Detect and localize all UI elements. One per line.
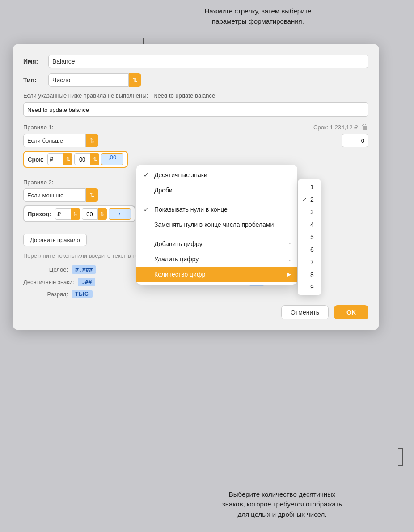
submenu-item-6[interactable]: 6 (298, 243, 321, 256)
prikhod-row: Приход: ₽ ⇅ 00 ⇅ , (23, 205, 135, 222)
cancel-button[interactable]: Отменить (281, 305, 329, 319)
ok-button[interactable]: OK (334, 305, 368, 319)
rule1-condition-arrow-icon[interactable]: ⇅ (86, 134, 98, 147)
dialog-buttons: Отменить OK (23, 305, 368, 319)
srok-num-wrapper: 00 ⇅ (74, 153, 99, 165)
sub-checkmark-6 (302, 247, 309, 253)
remove-digit-arrow-icon: ↓ (289, 256, 291, 262)
sub-checkmark-3 (302, 209, 309, 216)
format-token-rank[interactable]: ТЫС (72, 290, 93, 298)
menu-item-fractions[interactable]: Дроби (136, 183, 297, 198)
format-label-rank: Разряд: (23, 291, 68, 298)
rule1-label: Правило 1: (23, 124, 53, 131)
prikhod-num-arrow-icon[interactable]: ⇅ (98, 208, 107, 220)
menu-label-digit-count: Количество цифр (154, 271, 205, 278)
error-message-input[interactable] (23, 102, 368, 117)
rule1-condition-select[interactable]: Если больше (23, 134, 86, 147)
format-label-decimal: Десятичные знаки: (23, 279, 74, 285)
checkmark-add-digit (144, 240, 152, 247)
rule1-delete-icon[interactable]: 🗑 (361, 123, 368, 131)
type-select-wrapper: Число ⇅ (48, 73, 368, 87)
menu-label-remove-digit: Удалить цифру (154, 255, 199, 263)
submenu-label-2: 2 (310, 196, 314, 203)
srok-label: Срок: (28, 156, 44, 163)
menu-label-show-zeros: Показывать нули в конце (154, 206, 228, 213)
checkmark-digit-count (144, 271, 152, 278)
prikhod-currency-arrow-icon[interactable]: ⇅ (71, 208, 80, 220)
submenu-item-7[interactable]: 7 (298, 256, 321, 268)
menu-label-decimal-marks: Десятичные знаки (154, 171, 207, 179)
name-row: Имя: (23, 55, 368, 68)
sub-checkmark-4 (302, 221, 309, 228)
menu-item-remove-digit[interactable]: Удалить цифру ↓ (136, 251, 297, 267)
bracket-line (402, 448, 403, 466)
type-select-arrow-icon[interactable]: ⇅ (129, 73, 141, 87)
add-rule-button[interactable]: Добавить правило (23, 234, 87, 246)
checkmark-fractions (144, 187, 152, 194)
srok-num-arrow-icon[interactable]: ⇅ (90, 153, 99, 165)
sub-checkmark-5 (302, 234, 309, 241)
type-select[interactable]: Число (48, 73, 129, 87)
digit-count-submenu: 1 ✓ 2 3 4 5 6 7 8 9 (298, 179, 321, 295)
rule2-condition-arrow-icon[interactable]: ⇅ (86, 188, 98, 202)
submenu-label-5: 5 (310, 234, 314, 241)
menu-item-digit-count[interactable]: Количество цифр ▶ (136, 267, 297, 282)
submenu-item-3[interactable]: 3 (298, 206, 321, 218)
checkmark-replace-zeros (144, 221, 152, 228)
rule1-value-input[interactable] (342, 134, 368, 147)
submenu-label-8: 8 (310, 271, 314, 278)
menu-item-decimal-marks[interactable]: ✓ Десятичные знаки (136, 167, 297, 183)
checkmark-remove-digit (144, 255, 152, 263)
rule1-amount: Срок: 1 234,12 ₽ (313, 124, 358, 131)
digit-count-submenu-arrow-icon: ▶ (287, 271, 291, 277)
format-item-rank: Разряд: ТЫС (23, 290, 190, 298)
srok-num-select[interactable]: 00 (74, 153, 90, 165)
menu-item-add-digit[interactable]: Добавить цифру ↑ (136, 236, 297, 251)
prikhod-label: Приход: (28, 211, 51, 217)
submenu-label-3: 3 (310, 209, 314, 216)
dropdown-menu: ✓ Десятичные знаки Дроби ✓ Показывать ну… (136, 165, 297, 285)
checkmark-decimal: ✓ (144, 171, 152, 179)
type-row: Тип: Число ⇅ (23, 73, 368, 87)
rule1-condition-row: Если больше ⇅ (23, 134, 368, 147)
srok-decimal: ,00 (101, 153, 123, 165)
menu-item-show-zeros[interactable]: ✓ Показывать нули в конце (136, 202, 297, 217)
submenu-label-4: 4 (310, 221, 314, 228)
menu-divider-2 (136, 234, 297, 234)
format-token-decimal[interactable]: .## (78, 278, 95, 286)
sub-checkmark-7 (302, 259, 309, 266)
submenu-label-7: 7 (310, 259, 314, 266)
sub-checkmark-8 (302, 272, 309, 278)
name-label: Имя: (23, 58, 48, 65)
submenu-item-8[interactable]: 8 (298, 268, 321, 281)
submenu-label-6: 6 (310, 246, 314, 253)
srok-currency-select[interactable]: ₽ (47, 153, 63, 165)
submenu-item-5[interactable]: 5 (298, 231, 321, 243)
menu-item-replace-zeros[interactable]: Заменять нули в конце числа пробелами (136, 217, 297, 232)
prikhod-currency-wrapper: ₽ ⇅ (55, 208, 80, 220)
submenu-item-1[interactable]: 1 (298, 181, 321, 193)
rule1-select-wrapper: Если больше ⇅ (23, 134, 338, 147)
menu-divider-1 (136, 200, 297, 200)
srok-currency-wrapper: ₽ ⇅ (47, 153, 72, 165)
sub-checkmark-9 (302, 284, 309, 291)
prikhod-decimal: , (109, 208, 131, 220)
submenu-item-4[interactable]: 4 (298, 218, 321, 231)
srok-currency-arrow-icon[interactable]: ⇅ (63, 153, 72, 165)
tooltip-bottom: Выберите количество десятичных знаков, к… (188, 489, 376, 520)
submenu-label-9: 9 (310, 284, 314, 291)
rule1-header: Правило 1: Срок: 1 234,12 ₽ 🗑 (23, 123, 368, 131)
tooltip-top: Нажмите стрелку, затем выберите параметр… (173, 6, 343, 26)
rule2-condition-select[interactable]: Если меньше (23, 188, 86, 202)
submenu-item-9[interactable]: 9 (298, 281, 321, 294)
submenu-item-2[interactable]: ✓ 2 (298, 193, 321, 206)
menu-label-replace-zeros: Заменять нули в конце числа пробелами (154, 221, 274, 228)
prikhod-num-select[interactable]: 00 (82, 208, 98, 220)
checkmark-show-zeros: ✓ (144, 206, 152, 213)
error-condition-label: Если указанные ниже правила не выполнены… (23, 92, 148, 99)
format-token-integer[interactable]: #,### (72, 265, 96, 274)
submenu-label-1: 1 (310, 183, 314, 191)
name-input[interactable] (48, 55, 368, 68)
menu-label-fractions: Дроби (154, 187, 173, 194)
prikhod-currency-select[interactable]: ₽ (55, 208, 71, 220)
